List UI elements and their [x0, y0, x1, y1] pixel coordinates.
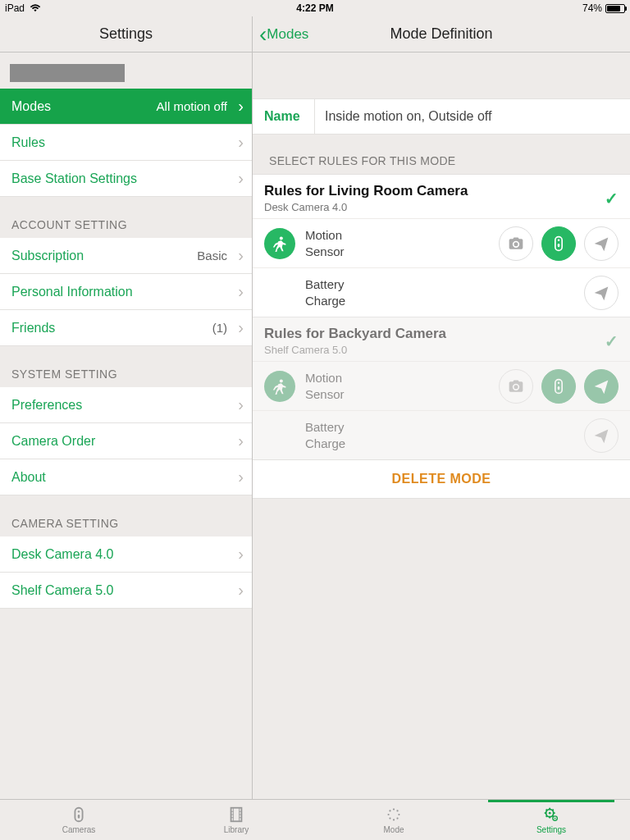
svg-point-25 [389, 810, 390, 811]
camera-action-icon[interactable] [499, 226, 533, 261]
chevron-right-icon: › [238, 545, 244, 564]
chevron-right-icon: › [238, 431, 244, 450]
chevron-right-icon: › [238, 282, 244, 301]
sidebar-item-rules[interactable]: Rules› [0, 125, 252, 161]
tab-label: Mode [383, 825, 404, 834]
svg-point-24 [387, 814, 389, 815]
sidebar-item-value: Basic [197, 249, 240, 262]
rule-subtitle: Desk Camera 4.0 [264, 201, 468, 213]
rule-title: Rules for Backyard Camera [264, 326, 446, 342]
sidebar-item-label: Shelf Camera 5.0 [11, 583, 114, 598]
rule-line: BatteryCharge [253, 267, 630, 317]
send-action-icon[interactable] [584, 418, 619, 453]
svg-point-6 [558, 381, 560, 384]
rule-line-label: BatteryCharge [305, 276, 345, 308]
tab-mode[interactable]: Mode [315, 800, 472, 840]
sidebar-item-camera-order[interactable]: Camera Order› [0, 423, 252, 459]
name-label: Name [253, 99, 315, 134]
sidebar-item-label: About [11, 470, 46, 485]
svg-point-4 [280, 379, 283, 382]
delete-mode-button[interactable]: DELETE MODE [253, 459, 630, 499]
rule-title: Rules for Living Room Camera [264, 183, 468, 199]
device-name: iPad [5, 2, 25, 14]
chevron-right-icon: › [238, 581, 244, 600]
send-action-icon[interactable] [584, 369, 619, 404]
svg-rect-3 [558, 244, 560, 247]
page-title: Mode Definition [253, 25, 630, 43]
sidebar-item-label: Preferences [11, 398, 82, 413]
main-panel: Name Inside motion on, Outside off SELEC… [253, 52, 630, 799]
svg-point-27 [396, 810, 398, 811]
rule-header: Rules for Living Room CameraDesk Camera … [253, 175, 630, 218]
back-button[interactable]: ‹ Modes [259, 23, 308, 46]
svg-point-23 [389, 817, 390, 819]
select-rules-header: SELECT RULES FOR THIS MODE [253, 135, 630, 174]
svg-rect-7 [558, 386, 560, 390]
tab-bar: CamerasLibraryModeSettings [0, 799, 630, 840]
chevron-right-icon: › [238, 468, 244, 486]
sidebar-item-label: Friends [11, 321, 55, 336]
record-action-icon[interactable] [541, 369, 576, 404]
svg-point-20 [398, 814, 399, 815]
sidebar-item-base-station-settings[interactable]: Base Station Settings› [0, 161, 252, 197]
tab-cameras[interactable]: Cameras [0, 800, 158, 840]
battery-icon [605, 4, 625, 13]
svg-point-31 [555, 818, 556, 819]
chevron-right-icon: › [238, 246, 244, 265]
svg-point-22 [393, 819, 395, 820]
battery-pct: 74% [582, 2, 602, 14]
sidebar-item-modes[interactable]: ModesAll motion off› [0, 89, 252, 125]
sidebar-item-shelf-camera-5.0[interactable]: Shelf Camera 5.0› [0, 573, 252, 609]
record-action-icon[interactable] [541, 226, 576, 261]
camera-device-icon [70, 806, 88, 824]
rule-line-label: BatteryCharge [305, 419, 345, 451]
sidebar-item-friends[interactable]: Friends(1)› [0, 310, 252, 346]
section-header: SYSTEM SETTING [0, 346, 252, 387]
film-icon [227, 806, 245, 824]
svg-point-26 [393, 808, 395, 810]
sidebar-item-label: Rules [11, 135, 45, 150]
sidebar-item-value: All motion off [157, 99, 240, 113]
send-action-icon[interactable] [584, 276, 619, 310]
camera-action-icon[interactable] [499, 369, 533, 404]
tab-library[interactable]: Library [158, 800, 315, 840]
rule-subtitle: Shelf Camera 5.0 [264, 344, 446, 356]
sidebar-item-personal-information[interactable]: Personal Information› [0, 274, 252, 310]
sidebar-item-label: Base Station Settings [11, 171, 137, 186]
name-row[interactable]: Name Inside motion on, Outside off [253, 98, 630, 135]
sidebar-item-subscription[interactable]: SubscriptionBasic› [0, 238, 252, 274]
rule-block[interactable]: Rules for Living Room CameraDesk Camera … [253, 174, 630, 317]
send-action-icon[interactable] [584, 226, 619, 261]
rule-line-label: MotionSensor [305, 370, 345, 402]
sidebar-item-desk-camera-4.0[interactable]: Desk Camera 4.0› [0, 536, 252, 573]
wifi-icon [30, 4, 41, 12]
chevron-right-icon: › [238, 395, 244, 414]
tab-label: Settings [536, 825, 566, 834]
chevron-right-icon: › [238, 133, 244, 152]
tab-label: Library [224, 825, 249, 834]
rule-line-label: MotionSensor [305, 227, 345, 259]
headers: Settings ‹ Modes Mode Definition [0, 16, 630, 52]
sidebar-item-preferences[interactable]: Preferences› [0, 387, 252, 423]
sidebar-item-about[interactable]: About› [0, 459, 252, 495]
rule-block[interactable]: Rules for Backyard CameraShelf Camera 5.… [253, 317, 630, 459]
section-header: CAMERA SETTING [0, 495, 252, 536]
svg-rect-10 [78, 815, 80, 819]
svg-point-29 [549, 812, 551, 815]
rule-line: MotionSensor [253, 361, 630, 410]
svg-point-0 [280, 236, 283, 240]
sidebar: ModesAll motion off›Rules›Base Station S… [0, 52, 253, 799]
check-icon: ✓ [605, 331, 619, 351]
sidebar-item-label: Modes [11, 99, 51, 114]
chevron-right-icon: › [238, 97, 244, 116]
sidebar-title: Settings [0, 16, 253, 52]
sidebar-item-label: Desk Camera 4.0 [11, 547, 114, 562]
svg-point-21 [396, 817, 398, 819]
tab-settings[interactable]: Settings [472, 800, 630, 840]
svg-point-9 [78, 810, 80, 812]
sidebar-item-label: Personal Information [11, 285, 133, 299]
motion-icon [264, 371, 295, 402]
motion-icon [264, 228, 295, 259]
redacted-block [10, 64, 125, 82]
tab-label: Cameras [62, 825, 96, 834]
